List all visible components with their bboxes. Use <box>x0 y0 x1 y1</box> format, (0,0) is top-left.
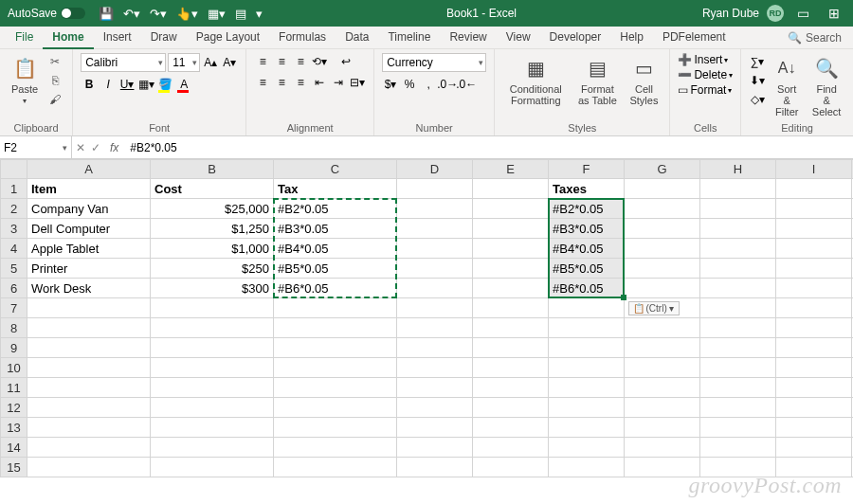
wrap-text-icon[interactable]: ↩ <box>337 53 354 70</box>
row-header-10[interactable]: 10 <box>1 358 27 378</box>
cell-D8[interactable] <box>397 318 473 338</box>
cell-B13[interactable] <box>151 418 274 438</box>
cell-F1[interactable]: Taxes <box>549 179 625 199</box>
cell-styles-button[interactable]: ▭Cell Styles <box>626 53 662 108</box>
tab-draw[interactable]: Draw <box>141 27 187 49</box>
cell-B1[interactable]: Cost <box>151 179 274 199</box>
tab-data[interactable]: Data <box>336 27 378 49</box>
row-header-13[interactable]: 13 <box>1 418 27 438</box>
cell-D4[interactable] <box>397 239 473 259</box>
align-right-icon[interactable]: ≡ <box>292 74 309 91</box>
cell-D11[interactable] <box>397 378 473 398</box>
cell-B2[interactable]: $25,000 <box>151 199 274 219</box>
cell-H14[interactable] <box>700 438 776 458</box>
cell-A2[interactable]: Company Van <box>27 199 151 219</box>
cell-H7[interactable] <box>700 298 776 318</box>
clear-icon[interactable]: ◇▾ <box>749 91 766 108</box>
cell-E11[interactable] <box>473 378 549 398</box>
cell-E9[interactable] <box>473 338 549 358</box>
select-all-corner[interactable] <box>1 160 27 179</box>
cell-E2[interactable] <box>473 199 549 219</box>
cell-C3[interactable]: #B3*0.05 <box>274 219 397 239</box>
cell-E3[interactable] <box>473 219 549 239</box>
cell-G12[interactable] <box>625 398 700 418</box>
tab-developer[interactable]: Developer <box>540 27 611 49</box>
cell-D9[interactable] <box>397 338 473 358</box>
cell-I8[interactable] <box>776 318 852 338</box>
cell-D5[interactable] <box>397 259 473 279</box>
decrease-font-icon[interactable]: A▾ <box>221 54 238 71</box>
align-bottom-icon[interactable]: ≡ <box>292 53 309 70</box>
cell-I14[interactable] <box>776 438 852 458</box>
cell-D2[interactable] <box>397 199 473 219</box>
cell-F4[interactable]: #B4*0.05 <box>549 239 625 259</box>
bold-button[interactable]: B <box>81 76 98 93</box>
cell-E10[interactable] <box>473 358 549 378</box>
cell-D10[interactable] <box>397 358 473 378</box>
cell-G8[interactable] <box>625 318 700 338</box>
cell-I3[interactable] <box>776 219 852 239</box>
increase-font-icon[interactable]: A▴ <box>202 54 219 71</box>
cell-D1[interactable] <box>397 179 473 199</box>
paste-button[interactable]: 📋 Paste ▾ <box>8 53 42 107</box>
column-header-B[interactable]: B <box>151 160 274 179</box>
decrease-indent-icon[interactable]: ⇤ <box>311 74 328 91</box>
align-center-icon[interactable]: ≡ <box>273 74 290 91</box>
row-header-7[interactable]: 7 <box>1 298 27 318</box>
underline-button[interactable]: U▾ <box>118 76 136 93</box>
column-header-H[interactable]: H <box>700 160 776 179</box>
cell-D13[interactable] <box>397 418 473 438</box>
cell-B9[interactable] <box>151 338 274 358</box>
align-left-icon[interactable]: ≡ <box>254 74 271 91</box>
orientation-icon[interactable]: ⟲▾ <box>311 53 328 70</box>
search-box[interactable]: 🔍 Search <box>776 31 853 45</box>
cell-C5[interactable]: #B5*0.05 <box>274 259 397 279</box>
column-header-I[interactable]: I <box>776 160 852 179</box>
cell-I1[interactable] <box>776 179 852 199</box>
cell-B6[interactable]: $300 <box>151 279 274 298</box>
cell-A1[interactable]: Item <box>27 179 151 199</box>
cut-icon[interactable]: ✂ <box>45 53 64 70</box>
row-header-11[interactable]: 11 <box>1 378 27 398</box>
cell-C15[interactable] <box>274 458 397 477</box>
cell-G11[interactable] <box>625 378 700 398</box>
cell-B8[interactable] <box>151 318 274 338</box>
column-header-C[interactable]: C <box>274 160 397 179</box>
cell-F15[interactable] <box>549 458 625 477</box>
format-as-table-button[interactable]: ▤Format as Table <box>572 53 622 108</box>
tab-review[interactable]: Review <box>440 27 496 49</box>
cell-B10[interactable] <box>151 358 274 378</box>
increase-decimal-icon[interactable]: .0→ <box>439 76 456 93</box>
save-icon[interactable]: 💾 <box>99 7 114 21</box>
cell-F10[interactable] <box>549 358 625 378</box>
cell-D6[interactable] <box>397 279 473 298</box>
cell-F5[interactable]: #B5*0.05 <box>549 259 625 279</box>
cell-I13[interactable] <box>776 418 852 438</box>
ribbon-options-icon[interactable]: ▭ <box>791 6 815 21</box>
more-qat-icon[interactable]: ▾ <box>256 7 263 21</box>
sort-filter-button[interactable]: A↓Sort & Filter <box>770 53 804 119</box>
align-middle-icon[interactable]: ≡ <box>273 53 290 70</box>
cell-E12[interactable] <box>473 398 549 418</box>
cell-H12[interactable] <box>700 398 776 418</box>
cell-B15[interactable] <box>151 458 274 477</box>
border-icon[interactable]: ▦▾ <box>208 7 226 21</box>
tab-view[interactable]: View <box>497 27 540 49</box>
cell-D7[interactable] <box>397 298 473 318</box>
cell-G14[interactable] <box>625 438 700 458</box>
font-size-select[interactable]: 11 <box>168 53 200 72</box>
name-box[interactable]: F2 <box>0 136 72 158</box>
row-header-6[interactable]: 6 <box>1 279 27 298</box>
tab-file[interactable]: File <box>6 27 43 49</box>
row-header-8[interactable]: 8 <box>1 318 27 338</box>
cell-A7[interactable] <box>27 298 151 318</box>
cell-I11[interactable] <box>776 378 852 398</box>
cell-F8[interactable] <box>549 318 625 338</box>
cell-I2[interactable] <box>776 199 852 219</box>
border-button[interactable]: ▦▾ <box>137 76 154 93</box>
cell-I5[interactable] <box>776 259 852 279</box>
redo-icon[interactable]: ↷▾ <box>150 7 167 21</box>
decrease-decimal-icon[interactable]: .0← <box>458 76 475 93</box>
cell-D3[interactable] <box>397 219 473 239</box>
cell-H1[interactable] <box>700 179 776 199</box>
